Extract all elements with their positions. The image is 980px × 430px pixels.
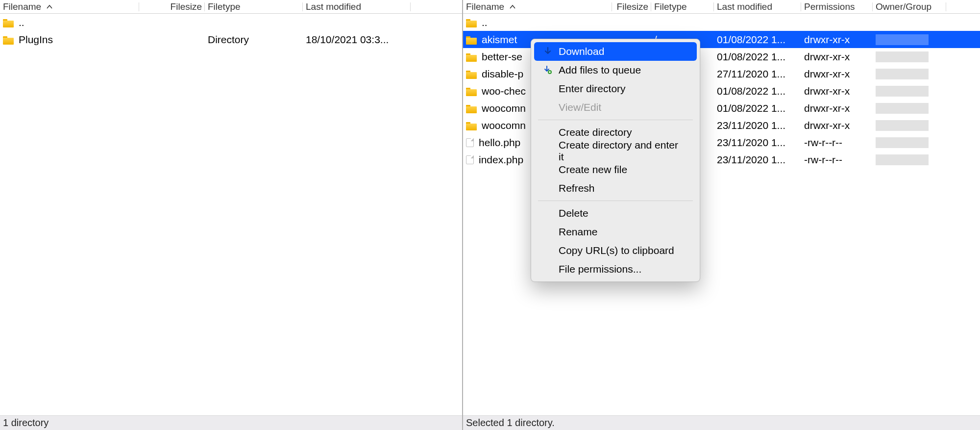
remote-statusbar: Selected 1 directory. [463, 415, 980, 430]
lastmod-text: 18/10/2021 03:3... [303, 34, 411, 46]
menu-refresh[interactable]: Refresh [534, 179, 697, 198]
menu-create-directory-label: Create directory [559, 126, 632, 138]
owner-redacted [876, 69, 929, 79]
filename-text: woocomn [482, 120, 526, 131]
owner-redacted [876, 51, 929, 62]
filename-text: .. [482, 17, 488, 28]
download-add-icon [543, 66, 553, 75]
owner-cell [873, 120, 946, 131]
col-lastmod[interactable]: Last modified [714, 0, 801, 13]
download-icon [543, 47, 553, 56]
filename-text: woo-chec [482, 85, 526, 97]
folder-icon [466, 87, 477, 96]
lastmod-text: 23/11/2020 1... [714, 154, 801, 166]
sort-asc-icon [510, 5, 515, 9]
menu-download[interactable]: Download [534, 42, 697, 61]
folder-icon [466, 35, 477, 44]
lastmod-text: 23/11/2020 1... [714, 120, 801, 131]
col-owner[interactable]: Owner/Group [873, 0, 946, 13]
col-filetype[interactable]: Filetype [651, 0, 714, 13]
folder-icon [3, 18, 14, 27]
menu-create-directory-enter-label: Create directory and enter it [559, 139, 686, 163]
folder-icon [466, 121, 477, 130]
col-filesize[interactable]: Filesize [612, 0, 651, 13]
menu-copy-url-label: Copy URL(s) to clipboard [559, 245, 674, 256]
permissions-text: drwxr-xr-x [801, 120, 873, 131]
menu-separator [538, 201, 693, 201]
lastmod-text: 01/08/2022 1... [714, 51, 801, 63]
menu-view-edit-label: View/Edit [559, 101, 601, 113]
lastmod-text: 01/08/2022 1... [714, 85, 801, 97]
menu-add-queue-label: Add files to queue [559, 64, 641, 76]
filename-text: better-se [482, 51, 522, 62]
filename-text: hello.php [479, 137, 520, 148]
menu-create-file-label: Create new file [559, 164, 627, 176]
lastmod-text: 27/11/2020 1... [714, 68, 801, 80]
menu-view-edit: View/Edit [534, 98, 697, 117]
sort-asc-icon [47, 5, 52, 9]
permissions-text: drwxr-xr-x [801, 85, 873, 97]
local-headers: Filename Filesize Filetype Last modified [0, 0, 462, 14]
owner-redacted [876, 103, 929, 114]
table-row[interactable]: .. [463, 14, 980, 31]
filename-text: .. [19, 17, 24, 28]
menu-file-permissions[interactable]: File permissions... [534, 260, 697, 278]
menu-create-directory-enter[interactable]: Create directory and enter it [534, 142, 697, 160]
folder-icon [466, 52, 477, 61]
owner-redacted [876, 154, 929, 165]
table-row[interactable]: PlugInsDirectory18/10/2021 03:3... [0, 31, 462, 48]
menu-create-file[interactable]: Create new file [534, 160, 697, 179]
col-filename-label: Filename [3, 1, 41, 12]
permissions-text: drwxr-xr-x [801, 51, 873, 63]
col-filetype[interactable]: Filetype [205, 0, 303, 13]
local-status-text: 1 directory [3, 417, 49, 429]
local-file-list[interactable]: ..PlugInsDirectory18/10/2021 03:3... [0, 14, 462, 415]
folder-icon [466, 18, 477, 27]
local-pane: Filename Filesize Filetype Last modified… [0, 0, 463, 430]
menu-rename[interactable]: Rename [534, 223, 697, 241]
folder-icon [3, 35, 14, 44]
menu-separator [538, 120, 693, 120]
permissions-text: drwxr-xr-x [801, 34, 873, 46]
col-permissions[interactable]: Permissions [801, 0, 873, 13]
lastmod-text: 23/11/2020 1... [714, 137, 801, 149]
remote-headers: Filename Filesize Filetype Last modified… [463, 0, 980, 14]
menu-enter-directory[interactable]: Enter directory [534, 79, 697, 98]
owner-redacted [876, 120, 929, 131]
file-icon [466, 138, 474, 147]
filename-text: woocomn [482, 102, 526, 114]
local-statusbar: 1 directory [0, 415, 462, 430]
col-filename[interactable]: Filename [463, 0, 612, 13]
menu-delete[interactable]: Delete [534, 204, 697, 223]
filename-text: PlugIns [19, 34, 53, 45]
col-lastmod[interactable]: Last modified [303, 0, 411, 13]
owner-cell [873, 69, 946, 79]
owner-cell [873, 51, 946, 62]
owner-cell [873, 137, 946, 148]
menu-copy-url[interactable]: Copy URL(s) to clipboard [534, 241, 697, 260]
menu-rename-label: Rename [559, 226, 597, 238]
filename-text: index.php [479, 154, 523, 165]
menu-delete-label: Delete [559, 207, 588, 219]
filename-text: disable-p [482, 68, 523, 79]
menu-file-permissions-label: File permissions... [559, 263, 641, 275]
filename-text: akismet [482, 34, 517, 45]
owner-cell [873, 103, 946, 114]
permissions-text: -rw-r--r-- [801, 137, 873, 149]
folder-icon [466, 104, 477, 113]
file-icon [466, 155, 474, 164]
col-filename[interactable]: Filename [0, 0, 139, 13]
permissions-text: drwxr-xr-x [801, 68, 873, 80]
filetype-text: Directory [205, 34, 303, 46]
owner-redacted [876, 137, 929, 148]
folder-icon [466, 70, 477, 78]
owner-cell [873, 154, 946, 165]
permissions-text: drwxr-xr-x [801, 102, 873, 114]
table-row[interactable]: .. [0, 14, 462, 31]
col-filesize[interactable]: Filesize [139, 0, 205, 13]
remote-status-text: Selected 1 directory. [466, 417, 555, 429]
menu-refresh-label: Refresh [559, 182, 595, 194]
menu-download-label: Download [559, 46, 604, 57]
menu-add-queue[interactable]: Add files to queue [534, 61, 697, 79]
lastmod-text: 01/08/2022 1... [714, 102, 801, 114]
